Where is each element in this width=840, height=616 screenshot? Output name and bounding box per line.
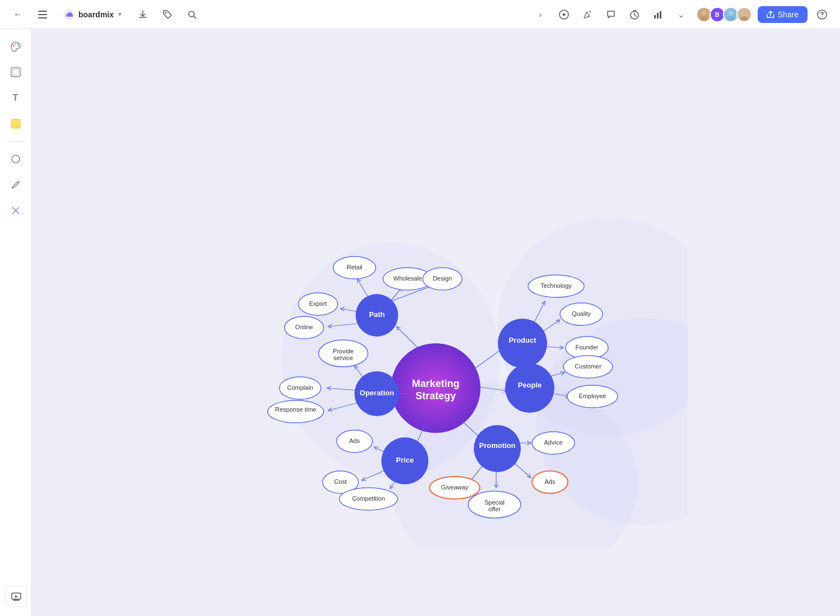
svg-point-21 (16, 44, 17, 45)
center-label-line2: Strategy (416, 390, 456, 402)
competition-label: Competition (352, 495, 385, 502)
brand-name: boardmix (78, 10, 114, 19)
center-label-line1: Marketing (412, 378, 459, 389)
special-offer-label-1: Special (484, 499, 505, 506)
online-label: Online (295, 324, 313, 330)
people-label: People (518, 381, 542, 389)
svg-point-15 (742, 11, 746, 15)
giveaway-label: Giveaway (441, 484, 469, 491)
svg-point-12 (700, 16, 708, 21)
svg-point-4 (165, 12, 166, 13)
technology-label: Technology (540, 282, 572, 289)
svg-point-22 (17, 46, 18, 47)
canvas[interactable]: Marketing Strategy Path Operation Price … (31, 29, 840, 616)
svg-rect-1 (38, 14, 47, 15)
sidebar-frame[interactable] (5, 62, 26, 83)
share-label: Share (778, 10, 799, 19)
svg-point-14 (727, 16, 735, 21)
chart-btn[interactable] (649, 6, 667, 24)
play-btn[interactable] (555, 6, 573, 24)
svg-rect-2 (38, 17, 47, 18)
toolbar: ← boardmix ▼ (0, 0, 840, 29)
provide-label-2: service (334, 354, 353, 361)
svg-point-20 (14, 44, 15, 45)
svg-point-16 (740, 16, 748, 21)
avatar-group: B (696, 7, 752, 22)
brand-chevron: ▼ (117, 11, 123, 17)
response-label: Response time (275, 406, 316, 413)
customer-label: Customer (575, 363, 601, 370)
path-label: Path (369, 310, 385, 319)
wholesale-label: Wholesale (393, 275, 422, 282)
back-button[interactable]: ← (9, 6, 27, 24)
tag-button[interactable] (158, 6, 176, 24)
product-label: Product (508, 336, 536, 344)
retail-label: Retail (347, 264, 362, 270)
export-label: Export (309, 300, 327, 307)
timer-btn[interactable] (626, 6, 643, 24)
brand-logo[interactable]: boardmix ▼ (58, 6, 127, 23)
special-offer-label-2: offer (488, 506, 501, 512)
more-tools-btn[interactable]: ⌄ (673, 6, 690, 24)
svg-rect-8 (654, 15, 656, 18)
svg-point-19 (12, 45, 13, 46)
share-button[interactable]: Share (758, 6, 808, 23)
sidebar-divider (7, 141, 25, 142)
celebrate-btn[interactable] (578, 6, 596, 24)
present-button[interactable] (6, 586, 27, 607)
employee-label: Employee (579, 393, 606, 399)
founder-label: Founder (576, 344, 599, 351)
sidebar: T ··· (0, 29, 31, 616)
menu-button[interactable] (34, 6, 52, 24)
operation-label: Operation (360, 389, 394, 397)
svg-rect-0 (38, 11, 47, 12)
svg-point-26 (12, 155, 20, 163)
svg-rect-9 (657, 13, 659, 18)
design-label: Design (433, 275, 452, 282)
sidebar-text[interactable]: T (5, 87, 26, 109)
svg-point-13 (729, 11, 733, 15)
svg-rect-23 (11, 68, 20, 77)
mindmap: Marketing Strategy Path Operation Price … (184, 136, 688, 550)
search-button[interactable] (183, 6, 201, 24)
svg-point-18 (822, 16, 823, 17)
svg-rect-24 (13, 69, 18, 75)
price-label: Price (396, 456, 414, 464)
sidebar-connector[interactable] (5, 200, 26, 221)
toolbar-center: › (531, 6, 831, 24)
sidebar-shape[interactable] (5, 148, 26, 170)
avatar-4 (736, 7, 752, 22)
ads-promo-label: Ads (545, 478, 556, 485)
svg-rect-10 (660, 11, 661, 18)
sidebar-pen[interactable] (5, 174, 26, 195)
complain-label: Complain (287, 384, 313, 391)
toolbar-left: ← boardmix ▼ (9, 6, 201, 24)
ads-price-label: Ads (349, 437, 360, 444)
svg-point-11 (702, 11, 706, 15)
help-button[interactable] (813, 6, 831, 24)
download-button[interactable] (134, 6, 152, 24)
cost-label: Cost (334, 478, 347, 485)
sidebar-palette[interactable] (5, 36, 26, 57)
chat-btn[interactable] (602, 6, 620, 24)
quality-label: Quality (572, 310, 591, 317)
chevron-right-btn[interactable]: › (531, 6, 549, 24)
sidebar-sticky[interactable] (5, 113, 26, 134)
promotion-label: Promotion (479, 441, 516, 450)
advice-label: Advice (544, 439, 562, 446)
brand-icon (63, 8, 75, 21)
provide-label-1: Provide (333, 348, 353, 354)
